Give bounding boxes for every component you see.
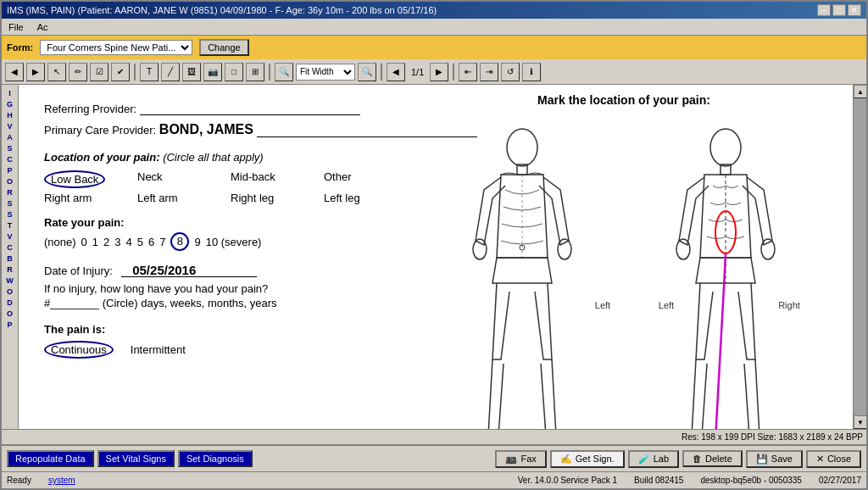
- rate-4[interactable]: 4: [126, 236, 132, 248]
- menu-ac[interactable]: Ac: [34, 20, 52, 34]
- rate-0[interactable]: 0: [81, 236, 87, 248]
- tool-image[interactable]: 🖼: [182, 63, 201, 81]
- res-info: Res: 198 x 199 DPI Size: 1683 x 2189 x 2…: [682, 432, 863, 442]
- sidebar-b[interactable]: B: [5, 253, 14, 264]
- pain-neck[interactable]: Neck: [137, 170, 205, 188]
- tool-info[interactable]: ℹ: [522, 63, 541, 81]
- bottom-status-bar: Res: 198 x 199 DPI Size: 1683 x 2189 x 2…: [2, 429, 866, 444]
- menu-file[interactable]: File: [5, 20, 27, 34]
- tool-text[interactable]: T: [140, 63, 159, 81]
- tool-line[interactable]: ╱: [161, 63, 180, 81]
- sidebar-w[interactable]: W: [4, 276, 15, 286]
- vital-signs-button[interactable]: Set Vital Signs: [97, 450, 175, 467]
- rate-1[interactable]: 1: [92, 236, 98, 248]
- tool-pointer[interactable]: ↖: [47, 63, 66, 81]
- scroll-track[interactable]: [854, 98, 866, 415]
- form-label: Form:: [7, 42, 33, 53]
- tool-next-page[interactable]: ▶: [430, 63, 448, 81]
- tool-check2[interactable]: ✔: [111, 63, 130, 81]
- sidebar-h[interactable]: H: [5, 110, 14, 120]
- sign-icon: ✍: [560, 454, 572, 465]
- svg-text:Left: Left: [595, 300, 610, 310]
- get-sign-button[interactable]: ✍ Get Sign.: [550, 450, 625, 468]
- scroll-down-button[interactable]: ▼: [854, 415, 866, 429]
- tool-grid[interactable]: ⊞: [246, 63, 264, 81]
- zoom-select[interactable]: Fit Width: [296, 64, 355, 81]
- save-button[interactable]: 💾 Save: [746, 450, 803, 468]
- sidebar-s2[interactable]: S: [5, 198, 14, 209]
- bottom-bar: Repopulate Data Set Vital Signs Set Diag…: [2, 444, 866, 471]
- tool-box[interactable]: □: [225, 63, 243, 81]
- sidebar-c2[interactable]: C: [5, 242, 14, 253]
- pain-other[interactable]: Other: [324, 170, 392, 188]
- close-window-button[interactable]: ✕: [848, 4, 861, 16]
- restore-button[interactable]: □: [832, 4, 846, 16]
- change-button[interactable]: Change: [199, 39, 249, 56]
- sidebar-v[interactable]: V: [5, 121, 14, 131]
- sidebar-v2[interactable]: V: [5, 231, 14, 242]
- pain-right-leg[interactable]: Right leg: [231, 192, 298, 204]
- sidebar-g[interactable]: G: [5, 99, 14, 109]
- referring-provider-field[interactable]: [140, 102, 360, 115]
- svg-point-9: [676, 239, 690, 259]
- tool-back[interactable]: ◀: [5, 63, 24, 81]
- system-link[interactable]: system: [48, 476, 75, 485]
- pain-left-leg[interactable]: Left leg: [324, 192, 392, 204]
- tool-camera[interactable]: 📷: [203, 63, 222, 81]
- scroll-up-button[interactable]: ▲: [854, 85, 866, 98]
- tool-pencil[interactable]: ✏: [69, 63, 87, 81]
- pain-intermittent[interactable]: Intermittent: [131, 343, 186, 356]
- sidebar-t[interactable]: T: [6, 220, 14, 231]
- rate-6[interactable]: 6: [148, 236, 154, 248]
- tool-forward[interactable]: ▶: [26, 63, 45, 81]
- sidebar-o2[interactable]: O: [5, 287, 14, 297]
- pain-right-arm[interactable]: Right arm: [44, 192, 112, 204]
- pain-left-arm[interactable]: Left arm: [137, 192, 205, 204]
- tool-zoom-in[interactable]: 🔍: [358, 63, 376, 81]
- fax-button[interactable]: 📠 Fax: [495, 450, 546, 468]
- tool-prev-page[interactable]: ◀: [387, 63, 405, 81]
- delete-icon: 🗑: [693, 454, 702, 464]
- rate-2[interactable]: 2: [103, 236, 109, 248]
- tool-home[interactable]: ⇤: [459, 63, 477, 81]
- sidebar-r[interactable]: R: [5, 187, 14, 198]
- form-select[interactable]: Four Corners Spine New Pati...: [40, 40, 192, 55]
- rate-8-circled[interactable]: 8: [170, 232, 189, 251]
- rate-7[interactable]: 7: [159, 236, 165, 248]
- sidebar-r2[interactable]: R: [5, 264, 14, 275]
- pain-continuous[interactable]: Continuous: [44, 341, 114, 359]
- diagnosis-button[interactable]: Set Diagnosis: [178, 450, 253, 467]
- pain-low-back[interactable]: Low Back: [44, 170, 112, 188]
- repopulate-button[interactable]: Repopulate Data: [7, 450, 94, 467]
- sidebar-a[interactable]: A: [5, 132, 14, 142]
- tool-end[interactable]: ⇥: [480, 63, 498, 81]
- minimize-button[interactable]: ─: [817, 4, 831, 16]
- rate-9[interactable]: 9: [194, 236, 200, 248]
- tool-refresh[interactable]: ↺: [501, 63, 520, 81]
- sidebar-o[interactable]: O: [5, 176, 14, 187]
- svg-point-0: [507, 129, 537, 166]
- ready-status: Ready: [7, 476, 31, 485]
- sidebar-p[interactable]: P: [5, 165, 14, 175]
- lab-button[interactable]: 🧪 Lab: [628, 450, 679, 468]
- close-button[interactable]: ✕ Close: [806, 450, 861, 468]
- sidebar-s3[interactable]: S: [5, 209, 14, 220]
- tool-zoom[interactable]: 🔍: [275, 63, 293, 81]
- pain-midback[interactable]: Mid-back: [231, 170, 298, 188]
- sidebar-d[interactable]: D: [5, 298, 14, 308]
- svg-line-15: [715, 364, 720, 429]
- status-right: Ver. 14.0.0 Service Pack 1 Build 082415 …: [518, 476, 861, 485]
- delete-button[interactable]: 🗑 Delete: [682, 450, 743, 467]
- body-diagram-area: Mark the location of your pain:: [420, 93, 827, 429]
- sidebar-c[interactable]: C: [5, 154, 14, 164]
- rate-3[interactable]: 3: [114, 236, 120, 248]
- rate-10[interactable]: 10 (severe): [206, 236, 262, 248]
- sidebar-o3[interactable]: O: [5, 309, 14, 319]
- separator1: [134, 64, 136, 81]
- rate-5[interactable]: 5: [137, 236, 143, 248]
- sidebar-p2[interactable]: P: [5, 320, 14, 330]
- sidebar-s[interactable]: S: [5, 143, 14, 153]
- content-area[interactable]: Referring Provider: Primary Care Provide…: [19, 85, 853, 429]
- sidebar-i[interactable]: I: [7, 88, 13, 98]
- tool-check[interactable]: ☑: [90, 63, 108, 81]
